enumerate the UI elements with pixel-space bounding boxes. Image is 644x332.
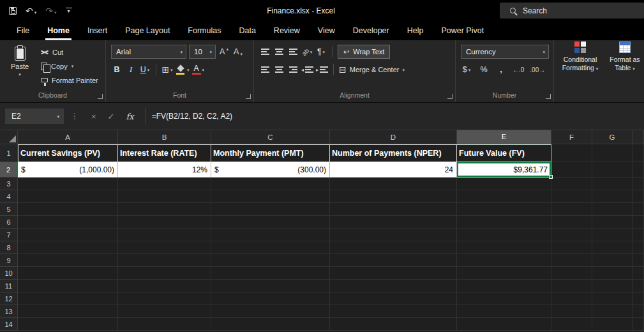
undo-button[interactable]: ↶▾ bbox=[26, 6, 36, 15]
decrease-indent-button[interactable]: ◂ bbox=[301, 63, 313, 76]
cell-F1[interactable] bbox=[551, 144, 592, 162]
cell-G14[interactable] bbox=[592, 318, 633, 331]
cell-C4[interactable] bbox=[211, 190, 330, 203]
name-box[interactable]: E2 ▾ bbox=[5, 109, 64, 124]
cell-G9[interactable] bbox=[592, 254, 633, 267]
top-align-button[interactable] bbox=[259, 45, 271, 58]
cell-F12[interactable] bbox=[551, 292, 592, 305]
row-header-8[interactable]: 8 bbox=[0, 241, 18, 254]
cell-D14[interactable] bbox=[330, 318, 457, 331]
column-header-D[interactable]: D bbox=[330, 130, 457, 144]
cell-B4[interactable] bbox=[118, 190, 211, 203]
number-dialog-launcher-icon[interactable] bbox=[546, 94, 551, 99]
cell-F7[interactable] bbox=[551, 229, 592, 241]
cell-A9[interactable] bbox=[18, 254, 118, 267]
decrease-decimal-button[interactable]: .00→ bbox=[530, 63, 545, 76]
cut-button[interactable]: Cut bbox=[41, 47, 98, 57]
increase-decimal-button[interactable]: ←.0 bbox=[513, 63, 524, 76]
cell-D4[interactable] bbox=[330, 190, 457, 203]
cell-C7[interactable] bbox=[211, 229, 330, 241]
cell-G13[interactable] bbox=[592, 305, 633, 318]
cell-A13[interactable] bbox=[18, 305, 118, 318]
cell-B3[interactable] bbox=[118, 177, 211, 190]
align-center-button[interactable] bbox=[273, 63, 285, 76]
cell-D6[interactable] bbox=[330, 216, 457, 229]
comma-style-button[interactable]: , bbox=[495, 63, 507, 76]
cell-C9[interactable] bbox=[211, 254, 330, 267]
cell-A12[interactable] bbox=[18, 292, 118, 305]
column-header-C[interactable]: C bbox=[211, 130, 330, 144]
row-header-12[interactable]: 12 bbox=[0, 292, 18, 305]
redo-button[interactable]: ↷▾ bbox=[45, 6, 56, 15]
cell-A4[interactable] bbox=[18, 190, 118, 203]
cell-F10[interactable] bbox=[551, 267, 592, 280]
tab-view[interactable]: View bbox=[309, 21, 344, 40]
cell-E4[interactable] bbox=[457, 190, 551, 203]
cell-E12[interactable] bbox=[457, 292, 551, 305]
bottom-align-button[interactable] bbox=[287, 45, 299, 58]
select-all-button[interactable] bbox=[0, 130, 18, 144]
cell-E2[interactable]: $9,361.77 bbox=[457, 162, 551, 177]
enter-button[interactable]: ✓ bbox=[108, 112, 115, 121]
tab-review[interactable]: Review bbox=[265, 21, 309, 40]
column-header-E[interactable]: E bbox=[457, 130, 551, 144]
increase-indent-button[interactable]: ▸ bbox=[316, 63, 328, 76]
cell-E7[interactable] bbox=[457, 229, 551, 241]
fill-color-button[interactable]: ▾ bbox=[176, 63, 190, 76]
font-dialog-launcher-icon[interactable] bbox=[246, 94, 251, 99]
cell-E8[interactable] bbox=[457, 241, 551, 254]
row-header-7[interactable]: 7 bbox=[0, 229, 18, 241]
tab-home[interactable]: Home bbox=[38, 21, 79, 40]
cell-E3[interactable] bbox=[457, 177, 551, 190]
row-header-3[interactable]: 3 bbox=[0, 177, 18, 190]
cell-B9[interactable] bbox=[118, 254, 211, 267]
row-header-10[interactable]: 10 bbox=[0, 267, 18, 280]
column-header-B[interactable]: B bbox=[118, 130, 211, 144]
font-name-combobox[interactable]: Arial ▾ bbox=[111, 45, 186, 59]
borders-button[interactable]: ⊞▾ bbox=[161, 63, 173, 76]
cell-D5[interactable] bbox=[330, 203, 457, 216]
cell-B10[interactable] bbox=[118, 267, 211, 280]
tab-file[interactable]: File bbox=[8, 21, 38, 40]
wrap-text-button[interactable]: ↩ Wrap Text bbox=[338, 45, 390, 59]
tab-formulas[interactable]: Formulas bbox=[179, 21, 230, 40]
underline-button[interactable]: U▾ bbox=[139, 63, 151, 76]
customize-quick-access-button[interactable]: ▾ bbox=[66, 8, 72, 14]
cell-C8[interactable] bbox=[211, 241, 330, 254]
cell-G8[interactable] bbox=[592, 241, 633, 254]
paste-button[interactable]: Paste ▾ bbox=[5, 45, 34, 91]
row-header-4[interactable]: 4 bbox=[0, 190, 18, 203]
cell-G3[interactable] bbox=[592, 177, 633, 190]
cell-C13[interactable] bbox=[211, 305, 330, 318]
save-button[interactable] bbox=[9, 7, 17, 15]
cell-E5[interactable] bbox=[457, 203, 551, 216]
cell-C3[interactable] bbox=[211, 177, 330, 190]
column-header-G[interactable]: G bbox=[592, 130, 633, 144]
cell-D10[interactable] bbox=[330, 267, 457, 280]
row-header-11[interactable]: 11 bbox=[0, 280, 18, 292]
cell-E6[interactable] bbox=[457, 216, 551, 229]
search-box[interactable]: Search bbox=[500, 3, 644, 19]
cell-B12[interactable] bbox=[118, 292, 211, 305]
tab-help[interactable]: Help bbox=[398, 21, 433, 40]
cell-B2[interactable]: 12% bbox=[118, 162, 211, 177]
cell-B7[interactable] bbox=[118, 229, 211, 241]
cell-B14[interactable] bbox=[118, 318, 211, 331]
cell-A8[interactable] bbox=[18, 241, 118, 254]
cell-C2[interactable]: $ (300.00) bbox=[211, 162, 330, 177]
cell-E10[interactable] bbox=[457, 267, 551, 280]
cell-D12[interactable] bbox=[330, 292, 457, 305]
tab-power-pivot[interactable]: Power Pivot bbox=[432, 21, 493, 40]
cell-C12[interactable] bbox=[211, 292, 330, 305]
row-header-9[interactable]: 9 bbox=[0, 254, 18, 267]
cell-D11[interactable] bbox=[330, 280, 457, 292]
cell-A6[interactable] bbox=[18, 216, 118, 229]
cell-A5[interactable] bbox=[18, 203, 118, 216]
cell-A2[interactable]: $ (1,000.00) bbox=[18, 162, 118, 177]
cell-A1[interactable]: Current Savings (PV) bbox=[18, 144, 118, 162]
font-color-button[interactable]: A▾ bbox=[192, 63, 205, 76]
align-right-button[interactable] bbox=[287, 63, 299, 76]
copy-button[interactable]: Copy ▾ bbox=[41, 61, 98, 72]
font-size-combobox[interactable]: 10 ▾ bbox=[189, 45, 216, 59]
cell-B11[interactable] bbox=[118, 280, 211, 292]
